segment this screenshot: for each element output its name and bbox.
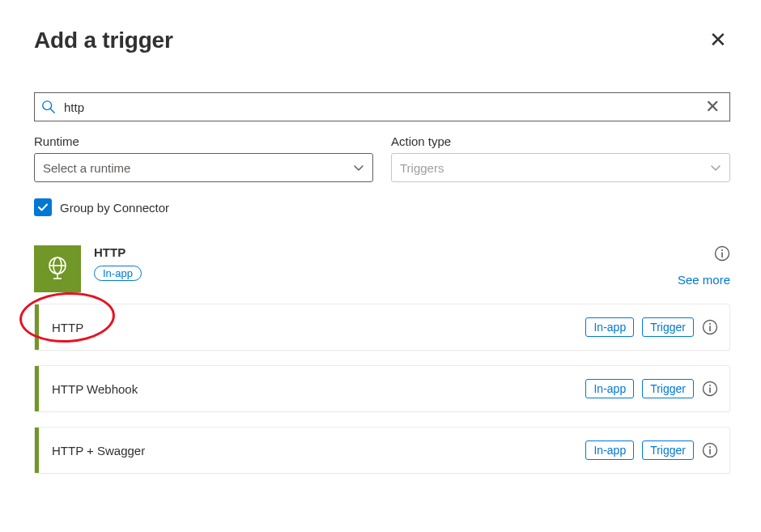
runtime-placeholder: Select a runtime <box>43 161 130 175</box>
info-icon[interactable] <box>702 319 718 335</box>
svg-point-14 <box>709 385 711 386</box>
action-type-select: Triggers <box>391 153 730 182</box>
trigger-accent-bar <box>35 428 39 473</box>
see-more-link[interactable]: See more <box>678 273 730 287</box>
chevron-down-icon <box>353 162 364 173</box>
info-icon[interactable] <box>702 381 718 397</box>
badge-trigger: Trigger <box>642 317 694 337</box>
badge-in-app: In-app <box>585 379 634 398</box>
group-by-checkbox[interactable] <box>34 198 52 216</box>
trigger-item-http-webhook[interactable]: HTTP Webhook In-app Trigger <box>34 365 730 412</box>
group-by-label: Group by Connector <box>60 201 169 215</box>
connector-name: HTTP <box>94 245 142 259</box>
trigger-name: HTTP + Swagger <box>52 444 145 458</box>
info-icon[interactable] <box>714 245 730 262</box>
trigger-accent-bar <box>35 304 39 350</box>
trigger-name: HTTP <box>52 321 83 334</box>
svg-point-8 <box>721 249 723 251</box>
clear-search-icon[interactable]: ✕ <box>702 98 723 116</box>
badge-trigger: Trigger <box>642 379 694 398</box>
runtime-label: Runtime <box>34 134 373 148</box>
search-icon <box>41 100 56 114</box>
svg-point-0 <box>43 101 52 110</box>
close-icon[interactable]: ✕ <box>706 28 730 52</box>
page-title: Add a trigger <box>34 28 173 53</box>
trigger-item-http-swagger[interactable]: HTTP + Swagger In-app Trigger <box>34 427 730 474</box>
connector-header: HTTP In-app See more <box>34 245 730 292</box>
svg-point-11 <box>709 323 711 325</box>
trigger-accent-bar <box>35 366 39 411</box>
trigger-list: HTTP In-app Trigger HTTP Webhook In-app … <box>34 304 730 474</box>
svg-point-17 <box>709 446 711 448</box>
badge-in-app: In-app <box>585 440 634 460</box>
checkmark-icon <box>37 202 49 213</box>
connector-category-pill: In-app <box>94 266 142 281</box>
info-icon[interactable] <box>702 442 718 458</box>
search-input[interactable] <box>64 100 702 114</box>
runtime-select[interactable]: Select a runtime <box>34 153 373 182</box>
badge-in-app: In-app <box>585 317 634 337</box>
svg-line-1 <box>51 109 54 113</box>
globe-icon <box>44 255 71 283</box>
connector-icon <box>34 245 81 292</box>
trigger-item-http[interactable]: HTTP In-app Trigger <box>34 304 730 351</box>
badge-trigger: Trigger <box>642 440 694 460</box>
trigger-name: HTTP Webhook <box>52 382 138 396</box>
search-box[interactable]: ✕ <box>34 92 730 121</box>
action-type-value: Triggers <box>400 161 444 175</box>
action-type-label: Action type <box>391 134 730 148</box>
chevron-down-icon <box>710 162 721 173</box>
